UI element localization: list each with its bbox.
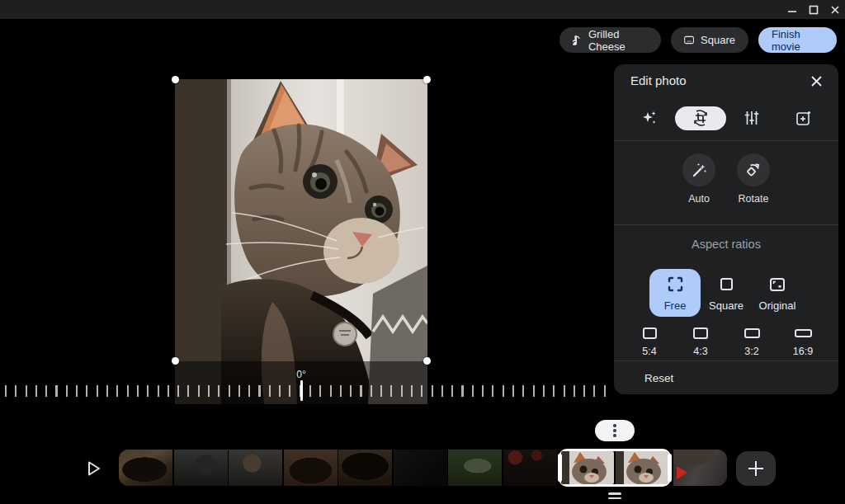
- aspect-ratio-icon: [684, 34, 694, 46]
- panel-title: Edit photo: [630, 73, 687, 87]
- reset-label: Reset: [644, 372, 673, 384]
- close-window-icon[interactable]: [829, 4, 840, 15]
- maximize-icon[interactable]: [808, 4, 819, 15]
- handle-bar: [608, 497, 621, 500]
- panel-divider: [614, 140, 838, 141]
- square-ratio-icon: [720, 278, 733, 290]
- timeline-selected-clip[interactable]: [559, 449, 671, 487]
- crop-rotate-icon: [692, 110, 709, 126]
- trim-handle-left[interactable]: [558, 454, 562, 482]
- selected-clip-frame: [561, 451, 614, 484]
- timeline-thumbnail[interactable]: [174, 450, 228, 486]
- timeline-thumbnail[interactable]: [284, 450, 338, 486]
- aspect-option-16-9[interactable]: 16:9: [777, 325, 828, 357]
- timeline-thumbnail[interactable]: [673, 450, 727, 486]
- original-ratio-icon: [770, 278, 785, 291]
- crop-handle-top-left[interactable]: [172, 76, 179, 83]
- crop-canvas[interactable]: [175, 79, 427, 404]
- aspect-option-3-2[interactable]: 3:2: [726, 325, 777, 357]
- window-titlebar: [0, 0, 845, 19]
- aspect-5-4-label: 5:4: [642, 346, 656, 357]
- rotation-angle-label: 0°: [285, 369, 318, 380]
- movie-aspect-label: Square: [701, 34, 735, 46]
- rotate-button[interactable]: Rotate: [729, 153, 778, 205]
- aspect-option-original[interactable]: Original: [752, 269, 803, 317]
- crop-handle-bottom-left[interactable]: [172, 357, 179, 365]
- ratio-3-2-icon: [744, 328, 760, 338]
- crop-tools: Auto Rotate: [614, 153, 838, 205]
- timeline-thumbnail[interactable]: [119, 450, 172, 486]
- sparkle-icon: [641, 110, 658, 126]
- aspect-square-label: Square: [709, 299, 744, 312]
- aspect-options-row2: 5:4 4:3 3:2 16:9: [614, 325, 838, 357]
- timeline-strip: [119, 448, 727, 488]
- play-icon: [86, 460, 102, 477]
- aspect-option-4-3[interactable]: 4:3: [675, 325, 726, 357]
- auto-label: Auto: [688, 193, 710, 205]
- magic-wand-icon: [691, 162, 707, 178]
- rotate-icon: [745, 162, 762, 178]
- timeline-thumbnail[interactable]: [448, 450, 502, 486]
- selected-clip-frame: [616, 451, 668, 484]
- close-panel-icon[interactable]: [809, 73, 824, 88]
- reset-button[interactable]: Reset: [614, 361, 838, 394]
- movie-aspect-button[interactable]: Square: [671, 27, 748, 53]
- play-button[interactable]: [86, 460, 102, 477]
- movie-editor-stage: Grilled Cheese Square Finish movie: [0, 0, 845, 504]
- dot-icon: [613, 434, 616, 437]
- music-track-label: Grilled Cheese: [588, 28, 648, 53]
- clip-overflow-menu-button[interactable]: [595, 420, 635, 441]
- aspect-4-3-label: 4:3: [693, 346, 707, 357]
- aspect-original-label: Original: [759, 299, 796, 312]
- ratio-4-3-icon: [693, 327, 708, 339]
- ratio-16-9-icon: [795, 329, 812, 337]
- aspect-options-row1: Free Square Original: [614, 269, 838, 317]
- tab-add-image[interactable]: [777, 106, 828, 130]
- minimize-icon[interactable]: [786, 4, 797, 15]
- ratio-5-4-icon: [643, 327, 657, 339]
- clip-marker-icon: [677, 466, 687, 479]
- timeline-drag-handle[interactable]: [608, 492, 621, 499]
- tab-adjust[interactable]: [726, 106, 777, 130]
- aspect-option-5-4[interactable]: 5:4: [624, 325, 675, 357]
- dot-icon: [613, 429, 616, 432]
- finish-movie-label: Finish movie: [772, 28, 824, 53]
- timeline-thumbnail[interactable]: [503, 450, 557, 486]
- timeline-thumbnail[interactable]: [229, 450, 282, 486]
- cat-photo: [175, 79, 427, 404]
- aspect-option-free[interactable]: Free: [649, 269, 701, 317]
- handle-bar: [608, 492, 621, 495]
- window-controls: [786, 0, 840, 19]
- auto-crop-button[interactable]: Auto: [674, 153, 724, 205]
- crop-handle-bottom-right[interactable]: [423, 357, 431, 365]
- music-track-button[interactable]: Grilled Cheese: [559, 27, 661, 53]
- dot-icon: [613, 424, 616, 427]
- music-note-icon: [573, 34, 582, 47]
- tab-enhance[interactable]: [624, 106, 675, 130]
- aspect-3-2-label: 3:2: [744, 346, 758, 357]
- finish-movie-button[interactable]: Finish movie: [758, 27, 837, 53]
- image-plus-icon: [795, 111, 811, 126]
- crop-handle-top-right[interactable]: [423, 76, 431, 83]
- timeline-thumbnail[interactable]: [394, 450, 447, 486]
- rotation-ruler[interactable]: [0, 385, 609, 397]
- add-clip-button[interactable]: [736, 451, 776, 486]
- rotate-label: Rotate: [739, 193, 769, 205]
- aspect-ratios-heading: Aspect ratios: [614, 238, 838, 251]
- crop-free-icon: [668, 276, 683, 292]
- edit-photo-panel: Edit photo: [614, 64, 838, 394]
- tab-crop-rotate[interactable]: [675, 106, 726, 130]
- tune-icon: [744, 111, 759, 125]
- trim-handle-right[interactable]: [668, 454, 672, 482]
- panel-divider: [614, 224, 838, 225]
- edit-tabs: [614, 101, 838, 134]
- aspect-free-label: Free: [664, 299, 687, 312]
- rotation-ruler-center-tick: [300, 380, 303, 401]
- aspect-16-9-label: 16:9: [793, 346, 813, 357]
- timeline-thumbnail[interactable]: [338, 450, 392, 486]
- aspect-option-square[interactable]: Square: [701, 269, 752, 317]
